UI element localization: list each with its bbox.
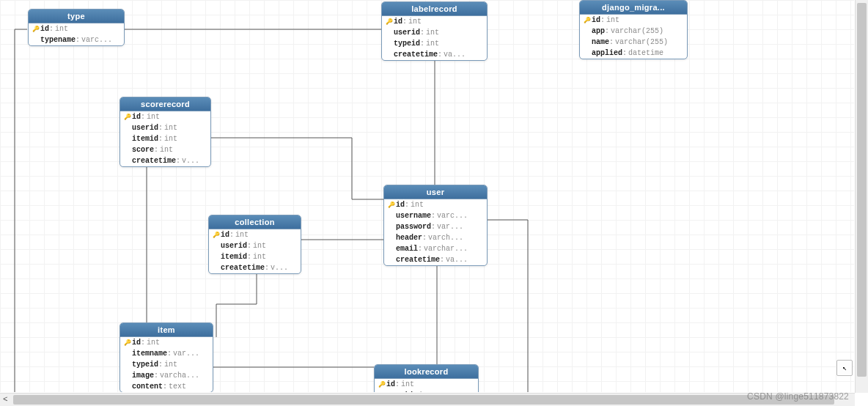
- entity-labelrecord[interactable]: labelrecord🔑id: intuserid: inttypeid: in…: [381, 1, 488, 61]
- field-type: varchar(255): [615, 38, 668, 46]
- field-colon: :: [420, 29, 424, 37]
- field-colon: :: [176, 157, 180, 165]
- diagram-viewport[interactable]: type🔑id: inttypename: varc...labelrecord…: [0, 0, 854, 392]
- entity-user[interactable]: user🔑id: intusername: varc...password: v…: [383, 185, 488, 266]
- field-type: v...: [182, 157, 199, 165]
- field-colon: :: [431, 223, 435, 231]
- field-row: email: varchar...: [384, 243, 487, 254]
- horizontal-scroll-thumb[interactable]: [13, 395, 834, 405]
- field-row: createtime: va...: [384, 254, 487, 265]
- entity-collection[interactable]: collection🔑id: intuserid: intitemid: int…: [208, 215, 301, 274]
- vertical-scroll-thumb[interactable]: [857, 3, 867, 377]
- entity-header[interactable]: scorerecord: [120, 97, 210, 111]
- horizontal-scrollbar[interactable]: <: [0, 393, 855, 406]
- field-row: 🔑id: int: [384, 199, 487, 210]
- field-name: app: [592, 27, 605, 35]
- entity-header[interactable]: type: [29, 10, 124, 23]
- entity-item[interactable]: item🔑id: intitemname: var...typeid: inti…: [119, 322, 213, 392]
- field-colon: :: [158, 124, 163, 132]
- field-row: createtime: va...: [382, 49, 487, 60]
- field-type: int: [606, 16, 619, 24]
- field-row: score: int: [120, 144, 210, 155]
- field-type: datetime: [628, 49, 663, 57]
- field-row: password: var...: [384, 221, 487, 232]
- field-row: userid: int: [375, 390, 478, 392]
- field-type: int: [253, 242, 266, 250]
- field-row: 🔑id: int: [120, 337, 213, 348]
- field-row: content: text: [120, 381, 213, 392]
- field-colon: :: [158, 135, 163, 143]
- field-row: 🔑id: int: [120, 111, 210, 122]
- field-name: applied: [592, 49, 622, 57]
- field-name: typeid: [394, 40, 420, 48]
- entity-header[interactable]: lookrecord: [375, 365, 478, 379]
- entity-header[interactable]: item: [120, 323, 213, 337]
- field-name: id: [394, 18, 402, 26]
- field-name: id: [40, 25, 49, 33]
- field-row: itemname: var...: [120, 348, 213, 359]
- field-colon: :: [247, 242, 251, 250]
- field-type: varch...: [428, 234, 463, 242]
- field-type: va...: [444, 51, 466, 59]
- field-row: 🔑id: int: [375, 379, 478, 390]
- field-colon: :: [413, 391, 417, 392]
- field-name: id: [132, 113, 141, 121]
- field-name: id: [221, 231, 229, 239]
- arrow-nw-icon: ↖: [842, 363, 847, 372]
- field-name: createtime: [221, 264, 265, 272]
- field-name: id: [396, 201, 405, 209]
- entity-type[interactable]: type🔑id: inttypename: varc...: [28, 9, 125, 46]
- entity-django_migrations[interactable]: django_migra...🔑id: intapp: varchar(255)…: [579, 0, 688, 59]
- field-colon: :: [229, 231, 234, 239]
- entity-header[interactable]: labelrecord: [382, 2, 487, 16]
- field-row: app: varchar(255): [580, 26, 687, 37]
- field-row: itemid: int: [120, 133, 210, 144]
- field-colon: :: [440, 256, 444, 264]
- field-row: userid: int: [209, 240, 301, 251]
- key-icon: 🔑: [583, 17, 592, 23]
- field-type: varchar...: [424, 245, 468, 253]
- key-icon: 🔑: [387, 202, 396, 208]
- entity-header[interactable]: django_migra...: [580, 1, 687, 15]
- field-name: image: [132, 372, 154, 380]
- field-type: int: [55, 25, 68, 33]
- vertical-scrollbar[interactable]: [855, 0, 868, 393]
- entity-lookrecord[interactable]: lookrecord🔑id: intuserid: int: [374, 364, 479, 392]
- key-icon: 🔑: [385, 18, 394, 25]
- entity-header[interactable]: user: [384, 185, 487, 199]
- field-colon: :: [247, 253, 251, 261]
- field-row: image: varcha...: [120, 370, 213, 381]
- field-colon: :: [154, 146, 158, 154]
- entity-header[interactable]: collection: [209, 215, 301, 229]
- field-row: userid: int: [120, 122, 210, 133]
- field-colon: :: [402, 18, 407, 26]
- field-name: username: [396, 212, 431, 220]
- er-diagram-canvas[interactable]: type🔑id: inttypename: varc...labelrecord…: [0, 0, 854, 392]
- field-colon: :: [600, 16, 605, 24]
- field-name: itemid: [132, 135, 158, 143]
- field-type: int: [426, 29, 439, 37]
- field-row: 🔑id: int: [29, 23, 124, 34]
- field-type: int: [147, 113, 160, 121]
- field-name: name: [592, 38, 609, 46]
- scroll-left-icon[interactable]: <: [3, 395, 8, 404]
- field-row: username: varc...: [384, 210, 487, 221]
- field-colon: :: [167, 350, 172, 358]
- field-colon: :: [163, 383, 167, 391]
- field-type: int: [147, 339, 160, 347]
- field-row: typeid: int: [120, 359, 213, 370]
- fit-view-button[interactable]: ↖: [836, 360, 853, 376]
- entity-scorerecord[interactable]: scorerecord🔑id: intuserid: intitemid: in…: [119, 97, 211, 167]
- field-type: varc...: [437, 212, 468, 220]
- field-name: password: [396, 223, 431, 231]
- field-colon: :: [49, 25, 54, 33]
- field-colon: :: [76, 36, 80, 44]
- field-row: name: varchar(255): [580, 37, 687, 48]
- field-type: v...: [271, 264, 288, 272]
- field-colon: :: [418, 245, 422, 253]
- field-name: itemname: [132, 350, 167, 358]
- field-type: varchar(255): [611, 27, 663, 35]
- field-row: typeid: int: [382, 38, 487, 49]
- field-name: content: [132, 383, 163, 391]
- field-name: createtime: [132, 157, 176, 165]
